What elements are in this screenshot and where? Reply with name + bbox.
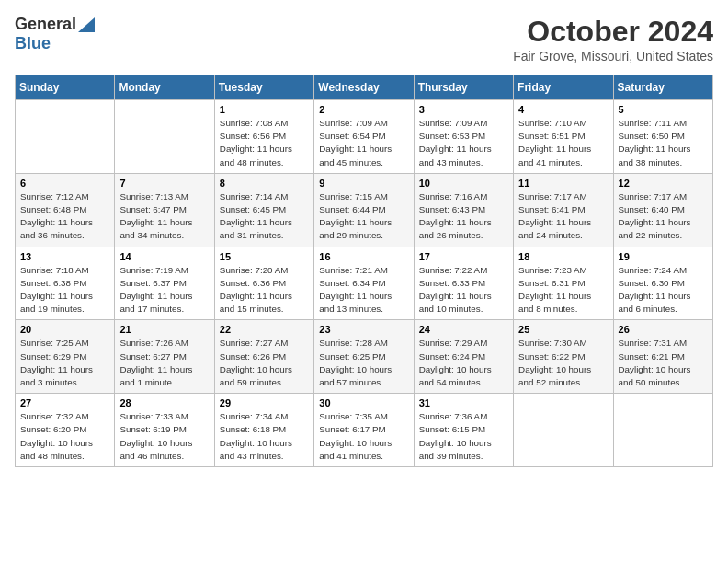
daylight-text: Daylight: 11 hours and 3 minutes. (20, 363, 109, 389)
daylight-text: Daylight: 11 hours and 10 minutes. (419, 290, 508, 316)
sunrise-text: Sunrise: 7:35 AM (319, 410, 408, 423)
day-info: Sunrise: 7:16 AMSunset: 6:43 PMDaylight:… (419, 190, 508, 243)
weekday-header-sunday: Sunday (16, 75, 115, 100)
calendar-cell: 21Sunrise: 7:26 AMSunset: 6:27 PMDayligh… (115, 320, 214, 394)
sunrise-text: Sunrise: 7:09 AM (319, 117, 408, 130)
sunset-text: Sunset: 6:27 PM (119, 350, 209, 363)
daylight-text: Daylight: 10 hours and 43 minutes. (220, 437, 309, 463)
calendar-cell: 4Sunrise: 7:10 AMSunset: 6:51 PMDaylight… (514, 100, 613, 174)
day-number: 14 (119, 251, 209, 262)
calendar-cell (16, 100, 115, 174)
day-info: Sunrise: 7:10 AMSunset: 6:51 PMDaylight:… (518, 117, 608, 169)
sunset-text: Sunset: 6:47 PM (119, 203, 209, 216)
day-info: Sunrise: 7:27 AMSunset: 6:26 PMDaylight:… (220, 337, 309, 389)
sunset-text: Sunset: 6:21 PM (619, 350, 708, 363)
daylight-text: Daylight: 11 hours and 8 minutes. (518, 290, 608, 316)
day-number: 31 (419, 397, 508, 408)
sunrise-text: Sunrise: 7:24 AM (619, 264, 708, 277)
day-info: Sunrise: 7:09 AMSunset: 6:54 PMDaylight:… (319, 117, 408, 169)
daylight-text: Daylight: 11 hours and 1 minute. (119, 363, 209, 389)
calendar-cell: 7Sunrise: 7:13 AMSunset: 6:47 PMDaylight… (115, 173, 214, 247)
calendar-cell: 26Sunrise: 7:31 AMSunset: 6:21 PMDayligh… (613, 320, 712, 394)
day-number: 25 (518, 324, 608, 335)
day-info: Sunrise: 7:35 AMSunset: 6:17 PMDaylight:… (319, 410, 408, 463)
daylight-text: Daylight: 10 hours and 48 minutes. (20, 437, 109, 463)
calendar-week-4: 20Sunrise: 7:25 AMSunset: 6:29 PMDayligh… (16, 320, 713, 394)
calendar-cell: 1Sunrise: 7:08 AMSunset: 6:56 PMDaylight… (214, 100, 313, 174)
day-number: 6 (20, 178, 109, 189)
daylight-text: Daylight: 10 hours and 50 minutes. (619, 363, 708, 389)
sunset-text: Sunset: 6:48 PM (20, 203, 109, 216)
day-info: Sunrise: 7:13 AMSunset: 6:47 PMDaylight:… (119, 190, 209, 243)
calendar-cell: 8Sunrise: 7:14 AMSunset: 6:45 PMDaylight… (214, 173, 313, 247)
day-number: 26 (619, 324, 708, 335)
sunrise-text: Sunrise: 7:33 AM (119, 410, 209, 423)
day-number: 27 (20, 397, 109, 408)
calendar-cell: 17Sunrise: 7:22 AMSunset: 6:33 PMDayligh… (414, 247, 513, 320)
day-info: Sunrise: 7:09 AMSunset: 6:53 PMDaylight:… (419, 117, 508, 169)
calendar-cell: 9Sunrise: 7:15 AMSunset: 6:44 PMDaylight… (314, 173, 414, 247)
sunset-text: Sunset: 6:54 PM (319, 130, 408, 143)
sunset-text: Sunset: 6:25 PM (319, 350, 408, 363)
day-info: Sunrise: 7:29 AMSunset: 6:24 PMDaylight:… (419, 337, 508, 389)
sunrise-text: Sunrise: 7:29 AM (419, 337, 508, 350)
calendar-cell: 19Sunrise: 7:24 AMSunset: 6:30 PMDayligh… (613, 247, 712, 320)
day-number: 1 (220, 104, 309, 115)
calendar-cell: 29Sunrise: 7:34 AMSunset: 6:18 PMDayligh… (214, 394, 313, 467)
day-number: 2 (319, 104, 408, 115)
sunset-text: Sunset: 6:40 PM (619, 203, 708, 216)
daylight-text: Daylight: 11 hours and 29 minutes. (319, 216, 408, 242)
calendar-cell: 28Sunrise: 7:33 AMSunset: 6:19 PMDayligh… (115, 394, 214, 467)
sunset-text: Sunset: 6:36 PM (220, 277, 309, 290)
day-info: Sunrise: 7:36 AMSunset: 6:15 PMDaylight:… (419, 410, 508, 463)
day-info: Sunrise: 7:26 AMSunset: 6:27 PMDaylight:… (119, 337, 209, 389)
sunset-text: Sunset: 6:29 PM (20, 350, 109, 363)
sunrise-text: Sunrise: 7:22 AM (419, 264, 508, 277)
daylight-text: Daylight: 11 hours and 43 minutes. (419, 143, 508, 168)
daylight-text: Daylight: 10 hours and 41 minutes. (319, 437, 408, 463)
daylight-text: Daylight: 10 hours and 54 minutes. (419, 363, 508, 389)
calendar-cell (115, 100, 214, 174)
sunset-text: Sunset: 6:50 PM (619, 130, 708, 143)
calendar-body: 1Sunrise: 7:08 AMSunset: 6:56 PMDaylight… (16, 100, 713, 467)
day-info: Sunrise: 7:24 AMSunset: 6:30 PMDaylight:… (619, 264, 708, 316)
daylight-text: Daylight: 11 hours and 13 minutes. (319, 290, 408, 316)
day-number: 28 (119, 397, 209, 408)
day-info: Sunrise: 7:22 AMSunset: 6:33 PMDaylight:… (419, 264, 508, 316)
calendar-week-1: 1Sunrise: 7:08 AMSunset: 6:56 PMDaylight… (16, 100, 713, 174)
calendar-cell (514, 394, 613, 467)
page-header: General Blue October 2024 Fair Grove, Mi… (15, 15, 713, 63)
sunrise-text: Sunrise: 7:31 AM (619, 337, 708, 350)
logo-triangle-icon (78, 17, 95, 32)
sunrise-text: Sunrise: 7:08 AM (220, 117, 309, 130)
daylight-text: Daylight: 11 hours and 48 minutes. (220, 143, 309, 168)
calendar-week-5: 27Sunrise: 7:32 AMSunset: 6:20 PMDayligh… (16, 394, 713, 467)
calendar-header-row: SundayMondayTuesdayWednesdayThursdayFrid… (16, 75, 713, 100)
day-number: 11 (518, 178, 608, 189)
logo-general-text: General (15, 15, 76, 34)
calendar-cell: 30Sunrise: 7:35 AMSunset: 6:17 PMDayligh… (314, 394, 414, 467)
daylight-text: Daylight: 11 hours and 36 minutes. (20, 216, 109, 242)
title-block: October 2024 Fair Grove, Missouri, Unite… (513, 15, 713, 63)
daylight-text: Daylight: 11 hours and 17 minutes. (119, 290, 209, 316)
sunrise-text: Sunrise: 7:10 AM (518, 117, 608, 130)
sunset-text: Sunset: 6:19 PM (119, 423, 209, 436)
calendar-cell: 25Sunrise: 7:30 AMSunset: 6:22 PMDayligh… (514, 320, 613, 394)
calendar-cell: 14Sunrise: 7:19 AMSunset: 6:37 PMDayligh… (115, 247, 214, 320)
calendar-week-2: 6Sunrise: 7:12 AMSunset: 6:48 PMDaylight… (16, 173, 713, 247)
daylight-text: Daylight: 11 hours and 15 minutes. (220, 290, 309, 316)
sunset-text: Sunset: 6:51 PM (518, 130, 608, 143)
day-info: Sunrise: 7:18 AMSunset: 6:38 PMDaylight:… (20, 264, 109, 316)
day-number: 5 (619, 104, 708, 115)
calendar-cell: 12Sunrise: 7:17 AMSunset: 6:40 PMDayligh… (613, 173, 712, 247)
sunrise-text: Sunrise: 7:17 AM (619, 190, 708, 203)
day-number: 3 (419, 104, 508, 115)
sunset-text: Sunset: 6:20 PM (20, 423, 109, 436)
daylight-text: Daylight: 11 hours and 24 minutes. (518, 216, 608, 242)
sunset-text: Sunset: 6:17 PM (319, 423, 408, 436)
day-info: Sunrise: 7:32 AMSunset: 6:20 PMDaylight:… (20, 410, 109, 463)
daylight-text: Daylight: 11 hours and 31 minutes. (220, 216, 309, 242)
calendar-cell: 24Sunrise: 7:29 AMSunset: 6:24 PMDayligh… (414, 320, 513, 394)
sunrise-text: Sunrise: 7:34 AM (220, 410, 309, 423)
daylight-text: Daylight: 11 hours and 6 minutes. (619, 290, 708, 316)
